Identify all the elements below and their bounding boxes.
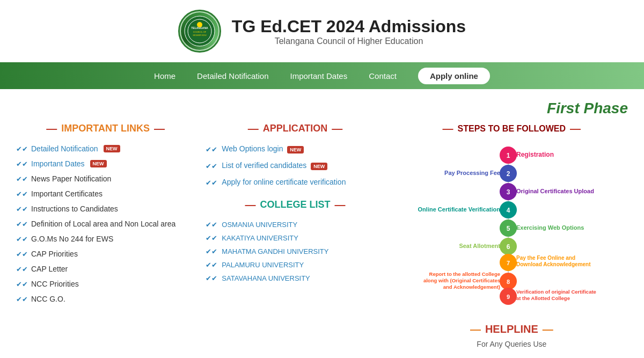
first-phase-label: First Phase: [16, 100, 628, 117]
dash-right: —: [154, 122, 165, 135]
list-item: ✔✔ Important Dates NEW: [16, 159, 195, 168]
list-item: ✔✔ MAHATMA GANDHI UNIVERSITY: [206, 247, 384, 255]
link-detailed-notification[interactable]: Detailed Notification: [31, 144, 98, 153]
check-icon: ✔✔: [16, 190, 28, 198]
svg-text:Exercising Web Options: Exercising Web Options: [516, 224, 584, 231]
link-local-area-def[interactable]: Definition of Local area and Non Local a…: [31, 220, 175, 228]
application-label: APPLICATION: [263, 123, 328, 134]
link-satavahana[interactable]: SATAVAHANA UNIVERSITY: [222, 274, 310, 282]
check-icon: ✔✔: [16, 265, 28, 273]
link-cap-priorities[interactable]: CAP Priorities: [31, 250, 78, 258]
steps-svg: 1 Registration 2 Pay Processing Fee 3 Or…: [396, 144, 621, 311]
list-item: ✔✔ Web Options login NEW: [206, 144, 384, 154]
apply-online-button[interactable]: Apply online: [418, 68, 490, 84]
svg-text:Verification of original Certi: Verification of original Certificate: [516, 289, 596, 295]
link-palamuru[interactable]: PALAMURU UNIVERSITY: [222, 261, 304, 269]
check-icon: ✔✔: [16, 235, 28, 243]
svg-text:9: 9: [507, 294, 510, 300]
check-icon: ✔✔: [206, 234, 217, 242]
list-item: ✔✔ PALAMURU UNIVERSITY: [206, 261, 384, 269]
nav-home[interactable]: Home: [154, 71, 175, 81]
link-instructions[interactable]: Instructions to Candidates: [31, 204, 118, 213]
list-item: ✔✔ News Paper Notification: [16, 174, 195, 183]
check-icon: ✔✔: [16, 220, 28, 228]
list-item: ✔✔ OSMANIA UNIVERSITY: [206, 221, 384, 229]
list-item: ✔✔ KAKATIYA UNIVERSITY: [206, 234, 384, 242]
svg-text:4: 4: [506, 207, 510, 214]
link-online-cert-verification[interactable]: Apply for online certificate verificatio…: [222, 178, 346, 186]
svg-text:8: 8: [507, 279, 510, 285]
list-item: ✔✔ CAP Letter: [16, 265, 195, 273]
link-goms-ews[interactable]: G.O.Ms No 244 for EWS: [31, 235, 113, 243]
link-verified-candidates[interactable]: List of verified candidates: [222, 161, 306, 170]
check-icon: ✔✔: [16, 205, 28, 213]
list-item: ✔✔ Important Certificates: [16, 189, 195, 198]
check-icon: ✔✔: [206, 261, 217, 269]
college-list-section: — COLLEGE LIST — ✔✔ OSMANIA UNIVERSITY ✔…: [206, 199, 384, 282]
svg-text:and Acknowledgement): and Acknowledgement): [443, 284, 500, 290]
helpline-title: — HELPLINE —: [396, 323, 628, 335]
link-newspaper-notification[interactable]: News Paper Notification: [31, 174, 111, 183]
steps-diagram: 1 Registration 2 Pay Processing Fee 3 Or…: [396, 144, 628, 312]
check-icon: ✔✔: [16, 175, 28, 183]
svg-text:5: 5: [506, 225, 510, 232]
list-item: ✔✔ NCC G.O.: [16, 295, 195, 303]
check-icon: ✔✔: [206, 145, 217, 154]
check-icon: ✔✔: [16, 250, 28, 258]
link-osmania[interactable]: OSMANIA UNIVERSITY: [222, 221, 297, 229]
list-item: ✔✔ Instructions to Candidates: [16, 204, 195, 213]
check-icon: ✔✔: [206, 247, 217, 255]
link-important-dates[interactable]: Important Dates: [31, 159, 85, 168]
dash-left: —: [245, 199, 255, 211]
svg-text:Registration: Registration: [516, 151, 554, 158]
list-item: ✔✔ CAP Priorities: [16, 250, 195, 258]
list-item: ✔✔ Apply for online certificate verifica…: [206, 178, 384, 187]
important-links-section: — IMPORTANT LINKS — ✔✔ Detailed Notifica…: [16, 122, 195, 348]
list-item: ✔✔ NCC Priorities: [16, 280, 195, 288]
link-cap-letter[interactable]: CAP Letter: [31, 265, 68, 273]
dash-left: —: [46, 122, 57, 135]
logo-svg: TELANGANA COUNCIL OF HIGHER EDU: [184, 15, 216, 47]
college-list-label: COLLEGE LIST: [260, 199, 330, 210]
new-badge: NEW: [104, 145, 120, 152]
link-important-certificates[interactable]: Important Certificates: [31, 189, 103, 198]
steps-title: — STEPS TO BE FOLLOWED —: [396, 122, 628, 135]
list-item: ✔✔ Definition of Local area and Non Loca…: [16, 220, 195, 228]
link-ncc-priorities[interactable]: NCC Priorities: [31, 280, 79, 288]
svg-text:Original Certificates Upload: Original Certificates Upload: [516, 188, 594, 194]
link-web-options-login[interactable]: Web Options login: [222, 144, 283, 153]
nav-detailed-notification[interactable]: Detailed Notification: [197, 71, 268, 81]
new-badge: NEW: [287, 146, 304, 154]
important-links-label: IMPORTANT LINKS: [61, 123, 150, 134]
check-icon: ✔✔: [16, 280, 28, 288]
list-item: ✔✔ G.O.Ms No 244 for EWS: [16, 235, 195, 243]
main-nav: Home Detailed Notification Important Dat…: [0, 62, 644, 89]
nav-important-dates[interactable]: Important Dates: [290, 71, 348, 81]
nav-contact[interactable]: Contact: [369, 71, 397, 81]
svg-text:Pay Processing Fee: Pay Processing Fee: [444, 170, 500, 176]
new-badge: NEW: [311, 163, 327, 170]
svg-text:COUNCIL OF: COUNCIL OF: [193, 31, 207, 33]
page-header: TELANGANA COUNCIL OF HIGHER EDU TG Ed.CE…: [0, 0, 644, 62]
link-mahatma-gandhi[interactable]: MAHATMA GANDHI UNIVERSITY: [222, 247, 328, 255]
dash-left: —: [248, 122, 259, 135]
svg-text:HIGHER EDU: HIGHER EDU: [193, 34, 206, 36]
list-item: ✔✔ List of verified candidates NEW: [206, 161, 384, 170]
link-kakatiya[interactable]: KAKATIYA UNIVERSITY: [222, 234, 298, 242]
check-icon: ✔✔: [16, 145, 28, 153]
page-subtitle: Telangana Council of Higher Education: [232, 36, 466, 46]
svg-text:Report to the allotted College: Report to the allotted College: [429, 271, 500, 277]
svg-text:2: 2: [506, 170, 510, 178]
main-content: First Phase — IMPORTANT LINKS — ✔✔ Detai…: [0, 89, 644, 358]
content-columns: — IMPORTANT LINKS — ✔✔ Detailed Notifica…: [16, 122, 628, 348]
steps-section: — STEPS TO BE FOLLOWED — 1 Registration …: [396, 122, 628, 348]
dash-right: —: [570, 122, 581, 135]
svg-text:3: 3: [506, 188, 510, 196]
svg-text:Online Certificate Verificatio: Online Certificate Verification: [418, 206, 500, 213]
application-title: — APPLICATION —: [206, 122, 384, 135]
application-college-section: — APPLICATION — ✔✔ Web Options login NEW…: [206, 122, 384, 348]
svg-text:at the Allotted College: at the Allotted College: [516, 295, 570, 301]
svg-text:Download Acknowledgement: Download Acknowledgement: [516, 261, 591, 267]
logo: TELANGANA COUNCIL OF HIGHER EDU: [178, 10, 221, 53]
link-ncc-go[interactable]: NCC G.O.: [31, 295, 65, 303]
